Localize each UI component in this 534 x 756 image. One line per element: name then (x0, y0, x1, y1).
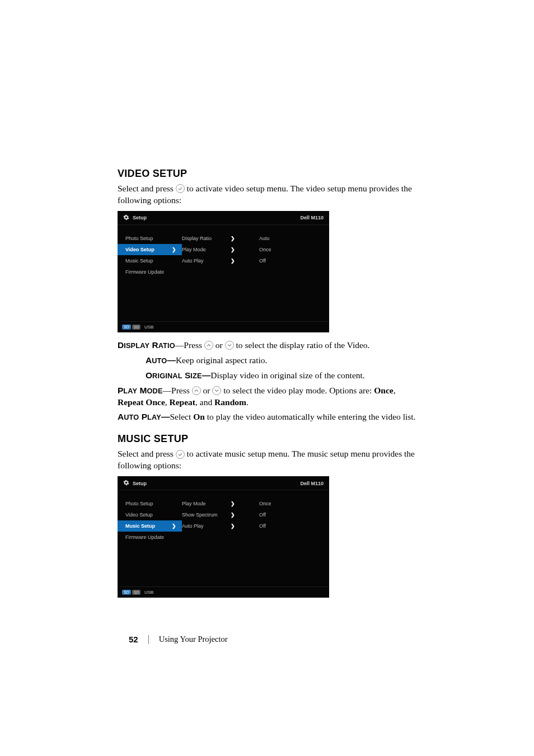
chevron-right-icon: ❯ (228, 501, 238, 506)
footer-text: Using Your Projector (159, 635, 228, 644)
text: P (142, 412, 147, 421)
osd-sidebar: Photo Setup❯ Video Setup❯ Music Setup❯ F… (118, 225, 182, 321)
text: Random (214, 397, 246, 407)
osd-model: Dell M110 (300, 215, 324, 220)
text: to play the video automatically while en… (205, 412, 416, 421)
up-arrow-icon (204, 341, 213, 350)
osd-option-auto-play[interactable]: Auto Play❯ (182, 520, 255, 532)
value: Off (255, 258, 279, 264)
text: UTO (152, 356, 167, 365)
osd-sidebar-item-firmware-update[interactable]: Firmware Update❯ (118, 532, 182, 543)
chevron-right-icon: ❯ (228, 247, 238, 252)
osd-sidebar-item-photo-setup[interactable]: Photo Setup❯ (118, 233, 182, 244)
osd-option-play-mode[interactable]: Play Mode❯ (182, 244, 255, 255)
text: Select and press (118, 184, 176, 193)
osd-option-play-mode[interactable]: Play Mode❯ (182, 498, 255, 509)
usb-label: USB (144, 590, 153, 595)
sd-badge: SD (122, 590, 131, 595)
osd-model: Dell M110 (300, 481, 324, 486)
text: , and (195, 397, 214, 407)
label: Auto Play (182, 258, 228, 264)
osd-values: Auto Once Off (255, 225, 329, 321)
play-mode-text: PLAY MODE—Press or to select the video p… (118, 385, 416, 408)
sd-badge-dim: SD (132, 325, 141, 330)
osd-video-setup: Setup Dell M110 Photo Setup❯ Video Setup… (118, 211, 329, 332)
sd-badge-dim: SD (132, 590, 141, 595)
value: Once (255, 247, 279, 252)
video-intro-text: Select and press to activate video setup… (118, 183, 416, 206)
osd-sidebar-item-music-setup[interactable]: Music Setup❯ (118, 520, 182, 532)
osd-title: Setup (133, 215, 147, 220)
text: A (146, 355, 152, 365)
down-arrow-icon (212, 386, 221, 395)
osd-option-display-ratio[interactable]: Display Ratio❯ (182, 233, 255, 244)
label: Auto Play (182, 523, 228, 529)
check-icon (176, 450, 185, 459)
osd-values: Once Off Off (255, 490, 329, 586)
text: Repeat (170, 397, 196, 407)
sd-badge: SD (122, 325, 131, 330)
music-intro-text: Select and press to activate music setup… (118, 448, 416, 472)
text: RIGINAL (152, 372, 182, 380)
text: LAY (123, 387, 137, 395)
chevron-right-icon: ❯ (228, 236, 238, 241)
text: O (146, 370, 152, 380)
osd-options: Play Mode❯ Show Spectrum❯ Auto Play❯ (182, 490, 255, 586)
label: Firmware Update (125, 269, 164, 275)
text: Select and press (118, 449, 176, 458)
text: M (140, 386, 147, 395)
osd-value: Auto (255, 233, 329, 244)
chevron-right-icon: ❯ (172, 523, 176, 529)
down-arrow-icon (225, 341, 234, 350)
osd-header: Setup Dell M110 (118, 476, 329, 490)
page-footer: 52 Using Your Projector (129, 635, 228, 644)
text: A (118, 412, 124, 421)
auto-text: AUTO—Keep original aspect ratio. (146, 355, 416, 367)
text: Display video in original size of the co… (210, 370, 365, 380)
text: Select (170, 412, 193, 421)
up-arrow-icon (192, 386, 201, 395)
display-ratio-text: DISPLAY RATIO—Press or to select the dis… (118, 340, 416, 351)
osd-footer: SDSD USB (118, 586, 329, 598)
osd-sidebar-item-photo-setup[interactable]: Photo Setup❯ (118, 498, 182, 509)
osd-value: Off (255, 255, 329, 266)
osd-sidebar-item-firmware-update[interactable]: Firmware Update❯ (118, 266, 182, 278)
label: Show Spectrum (182, 512, 228, 518)
osd-header-left: Setup (123, 480, 147, 487)
gear-icon (123, 214, 129, 222)
text: or (203, 386, 213, 395)
text: S (185, 370, 190, 380)
text: — (161, 412, 170, 421)
text: , (394, 386, 396, 395)
label: Music Setup (125, 523, 155, 529)
heading-video-setup: VIDEO SETUP (118, 168, 416, 180)
osd-option-auto-play[interactable]: Auto Play❯ (182, 255, 255, 266)
text: UTO (124, 413, 139, 421)
page-number: 52 (129, 635, 138, 644)
label: Video Setup (125, 512, 153, 518)
label: Video Setup (125, 247, 154, 252)
text: Repeat Once (118, 397, 165, 407)
label: Photo Setup (125, 236, 153, 241)
osd-value: Off (255, 520, 329, 532)
osd-title: Setup (133, 481, 147, 486)
chevron-right-icon: ❯ (228, 523, 238, 529)
osd-footer: SDSD USB (118, 321, 329, 332)
osd-sidebar-item-music-setup[interactable]: Music Setup❯ (118, 255, 182, 266)
text: to select the display ratio of the Video… (236, 340, 370, 350)
text: , (165, 397, 170, 407)
osd-option-show-spectrum[interactable]: Show Spectrum❯ (182, 509, 255, 520)
text: On (193, 412, 205, 421)
text: ODE (147, 387, 162, 395)
gear-icon (123, 480, 129, 487)
osd-options: Display Ratio❯ Play Mode❯ Auto Play❯ (182, 225, 255, 321)
text: D (118, 340, 124, 350)
osd-sidebar-item-video-setup[interactable]: Video Setup❯ (118, 244, 182, 255)
text: — (167, 355, 176, 365)
label: Music Setup (125, 258, 153, 264)
text: ISPLAY (124, 341, 149, 350)
text: —Press (175, 340, 204, 350)
value: Off (255, 523, 279, 529)
heading-music-setup: MUSIC SETUP (118, 433, 416, 445)
osd-sidebar-item-video-setup[interactable]: Video Setup❯ (118, 509, 182, 520)
